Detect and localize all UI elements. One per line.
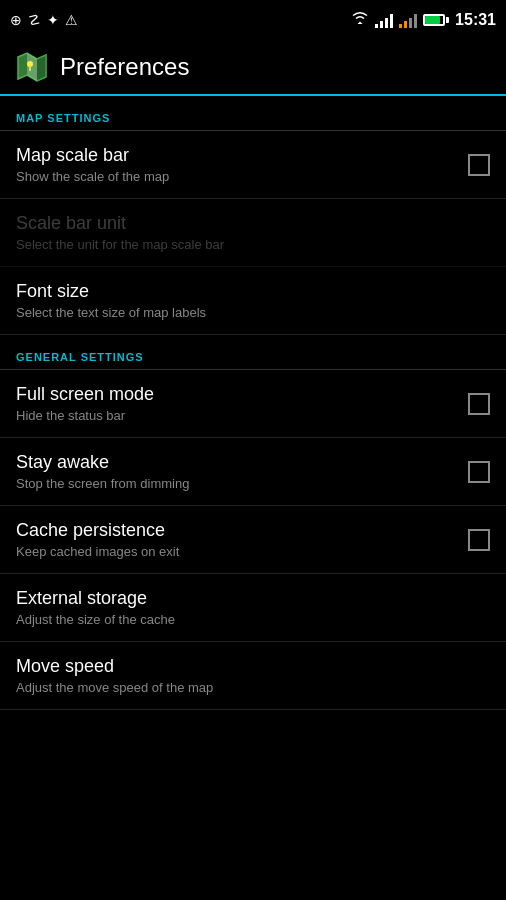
battery-icon xyxy=(423,14,449,26)
checkbox-cache-persistence[interactable] xyxy=(468,529,490,551)
pref-title-external-storage: External storage xyxy=(16,588,490,609)
pref-item-full-screen-mode[interactable]: Full screen modeHide the status bar xyxy=(0,370,506,438)
status-bar: ⊕ ☡ ✦ ⚠ 15:31 xyxy=(0,0,506,40)
pref-text-external-storage: External storageAdjust the size of the c… xyxy=(16,588,490,627)
pref-subtitle-scale-bar-unit: Select the unit for the map scale bar xyxy=(16,237,490,252)
pref-subtitle-full-screen-mode: Hide the status bar xyxy=(16,408,456,423)
pref-text-cache-persistence: Cache persistenceKeep cached images on e… xyxy=(16,520,456,559)
status-bar-right: 15:31 xyxy=(351,11,496,29)
pref-title-scale-bar-unit: Scale bar unit xyxy=(16,213,490,234)
warning-icon: ⚠ xyxy=(65,12,78,28)
pref-subtitle-font-size: Select the text size of map labels xyxy=(16,305,490,320)
pref-item-stay-awake[interactable]: Stay awakeStop the screen from dimming xyxy=(0,438,506,506)
svg-marker-1 xyxy=(18,53,27,79)
checkbox-full-screen-mode[interactable] xyxy=(468,393,490,415)
app-bar: Preferences xyxy=(0,40,506,96)
pref-text-stay-awake: Stay awakeStop the screen from dimming xyxy=(16,452,456,491)
pref-title-move-speed: Move speed xyxy=(16,656,490,677)
pref-title-map-scale-bar: Map scale bar xyxy=(16,145,456,166)
preferences-content: MAP SETTINGSMap scale barShow the scale … xyxy=(0,96,506,710)
pref-text-full-screen-mode: Full screen modeHide the status bar xyxy=(16,384,456,423)
usb-icon: ☡ xyxy=(28,12,41,28)
pref-item-external-storage[interactable]: External storageAdjust the size of the c… xyxy=(0,574,506,642)
checkbox-stay-awake[interactable] xyxy=(468,461,490,483)
pref-item-cache-persistence[interactable]: Cache persistenceKeep cached images on e… xyxy=(0,506,506,574)
pref-title-font-size: Font size xyxy=(16,281,490,302)
pref-subtitle-map-scale-bar: Show the scale of the map xyxy=(16,169,456,184)
pref-title-full-screen-mode: Full screen mode xyxy=(16,384,456,405)
status-bar-left: ⊕ ☡ ✦ ⚠ xyxy=(10,12,78,28)
pref-subtitle-move-speed: Adjust the move speed of the map xyxy=(16,680,490,695)
signal-strength-icon xyxy=(375,12,393,28)
wifi-icon xyxy=(351,11,369,29)
pref-subtitle-cache-persistence: Keep cached images on exit xyxy=(16,544,456,559)
settings-icon: ✦ xyxy=(47,12,59,28)
android-icon: ⊕ xyxy=(10,12,22,28)
svg-point-4 xyxy=(27,61,33,67)
section-header-map-settings: MAP SETTINGS xyxy=(0,96,506,130)
pref-item-scale-bar-unit: Scale bar unitSelect the unit for the ma… xyxy=(0,199,506,267)
mobile-signal-icon xyxy=(399,12,417,28)
pref-title-cache-persistence: Cache persistence xyxy=(16,520,456,541)
pref-text-font-size: Font sizeSelect the text size of map lab… xyxy=(16,281,490,320)
pref-item-font-size[interactable]: Font sizeSelect the text size of map lab… xyxy=(0,267,506,335)
pref-item-map-scale-bar[interactable]: Map scale barShow the scale of the map xyxy=(0,131,506,199)
pref-text-map-scale-bar: Map scale barShow the scale of the map xyxy=(16,145,456,184)
app-icon xyxy=(16,51,48,83)
pref-item-move-speed[interactable]: Move speedAdjust the move speed of the m… xyxy=(0,642,506,710)
pref-title-stay-awake: Stay awake xyxy=(16,452,456,473)
pref-text-scale-bar-unit: Scale bar unitSelect the unit for the ma… xyxy=(16,213,490,252)
pref-subtitle-external-storage: Adjust the size of the cache xyxy=(16,612,490,627)
pref-subtitle-stay-awake: Stop the screen from dimming xyxy=(16,476,456,491)
status-time: 15:31 xyxy=(455,11,496,29)
section-header-general-settings: GENERAL SETTINGS xyxy=(0,335,506,369)
svg-marker-3 xyxy=(37,55,46,81)
svg-marker-2 xyxy=(27,53,37,81)
pref-text-move-speed: Move speedAdjust the move speed of the m… xyxy=(16,656,490,695)
checkbox-map-scale-bar[interactable] xyxy=(468,154,490,176)
app-title: Preferences xyxy=(60,53,189,81)
